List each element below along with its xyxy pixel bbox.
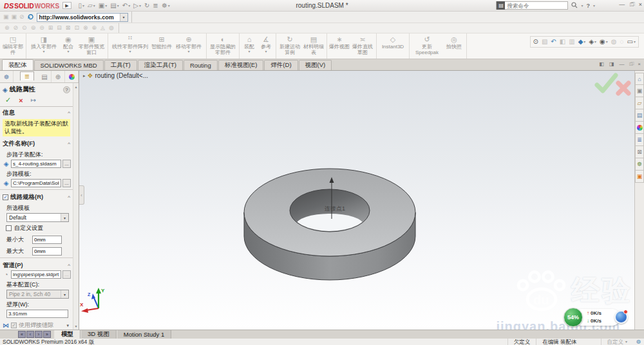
- close-button[interactable]: ×: [639, 1, 642, 8]
- custom-dropdown[interactable]: 自定义 ▾: [601, 339, 634, 345]
- doc-restore-button[interactable]: □: [629, 61, 632, 67]
- view-tool-icon[interactable]: ⊕: [91, 25, 97, 31]
- taskpane-resources-button[interactable]: ▣: [635, 85, 644, 97]
- custom-settings-row[interactable]: 自定义设置: [6, 224, 70, 232]
- view-orientation-button[interactable]: ◆▾: [578, 39, 586, 45]
- previous-view-button[interactable]: ↶: [551, 39, 556, 45]
- take-snapshot-button[interactable]: ◎拍快照: [443, 34, 465, 50]
- panel-collapse-handle[interactable]: ‹: [79, 185, 84, 205]
- tab-assembly[interactable]: 装配体: [2, 59, 33, 70]
- taskpane-custom-properties-button[interactable]: ≣: [635, 134, 644, 146]
- annotation-view-button[interactable]: ▥: [569, 39, 574, 45]
- taskpane-home-button[interactable]: ⌂: [635, 73, 644, 85]
- display-style-button[interactable]: ◈▾: [589, 39, 596, 45]
- collapse-chevron-icon[interactable]: ^: [68, 110, 70, 116]
- restore-button[interactable]: □: [630, 1, 633, 8]
- open-document-button[interactable]: ▱▾: [87, 3, 96, 9]
- search-scope-icon[interactable]: ▤: [497, 1, 505, 10]
- collapse-chevron-icon[interactable]: ^: [68, 141, 70, 147]
- panel-help-icon[interactable]: ?: [63, 86, 70, 93]
- taskpane-community-button[interactable]: ☸: [635, 158, 644, 171]
- zoom-to-area-button[interactable]: ▧: [542, 39, 547, 45]
- search-magnifier-icon[interactable]: [571, 2, 578, 10]
- view-tool-icon[interactable]: ◍: [109, 25, 114, 31]
- use-weld-gaps-checkbox[interactable]: ✓: [11, 322, 17, 328]
- move-component-button[interactable]: ⊕移动零部件▾: [173, 34, 205, 53]
- edit-appearance-button[interactable]: ◍: [611, 39, 617, 45]
- section-file-names-header[interactable]: 文件名称(F) ^: [0, 138, 73, 149]
- command-search-box[interactable]: ▤: [496, 1, 568, 10]
- ring-model[interactable]: [244, 169, 415, 280]
- edit-component-button[interactable]: ◳编辑零部件: [1, 34, 24, 55]
- assistant-ball-icon[interactable]: [614, 310, 628, 324]
- insert-components-button[interactable]: ◨插入零部件▾: [28, 34, 60, 53]
- doc-minimize-button[interactable]: —: [619, 61, 624, 67]
- minimize-button[interactable]: —: [619, 1, 625, 8]
- view-tool-icon[interactable]: ⊜: [39, 25, 44, 31]
- pm-tab-features[interactable]: ☸: [0, 71, 14, 82]
- pane-left-icon[interactable]: ◧: [599, 61, 604, 67]
- scroll-down-icon[interactable]: ▾: [75, 324, 77, 328]
- menu-flyout-button[interactable]: ▶: [62, 2, 71, 9]
- browser-stop-icon[interactable]: ⊘: [19, 14, 24, 20]
- view-tool-icon[interactable]: ⊟: [57, 25, 62, 31]
- update-speedpak-button[interactable]: ↺更新 Speedpak: [411, 34, 443, 55]
- taskpane-file-explorer-button[interactable]: ▤: [635, 109, 644, 122]
- pin-icon[interactable]: ↦: [31, 97, 36, 104]
- instant3d-button[interactable]: ◇Instant3D: [378, 34, 408, 50]
- show-hidden-components-button[interactable]: ◐显示隐藏的零部件: [208, 34, 238, 55]
- pm-tab-dimxpert[interactable]: ⊕: [52, 71, 65, 82]
- new-document-button[interactable]: ▯▾: [78, 3, 86, 9]
- tab-weldments[interactable]: 焊件(D): [264, 60, 298, 70]
- confirmation-corner[interactable]: [597, 75, 629, 93]
- scroll-down-icon[interactable]: ▾: [66, 323, 69, 328]
- selected-template-dropdown[interactable]: Default ▾: [6, 213, 69, 222]
- reference-geometry-button[interactable]: ∡参考▾: [258, 34, 274, 53]
- undo-button[interactable]: ↶▾: [122, 3, 131, 9]
- units-globe-icon[interactable]: ◍: [633, 339, 644, 345]
- browse-pipe-button[interactable]: ...: [62, 270, 71, 279]
- battery-percent-badge[interactable]: 54%: [564, 308, 583, 327]
- browse-template-button[interactable]: ...: [62, 179, 71, 187]
- bill-of-materials-button[interactable]: ▤材料明细表: [302, 34, 325, 55]
- mate-button[interactable]: ◉配合▾: [60, 34, 77, 53]
- wall-thickness-input[interactable]: [6, 310, 68, 318]
- connection-point-label[interactable]: 连接点1: [325, 205, 345, 212]
- hide-show-items-button[interactable]: ◉▾: [600, 39, 608, 45]
- tab-routing[interactable]: Routing: [184, 60, 218, 70]
- tab-standard-views[interactable]: 标准视图(E): [218, 60, 264, 70]
- view-tool-icon[interactable]: ⊞: [48, 25, 53, 31]
- use-weld-gaps-row[interactable]: ⋈ ✓ 使用焊接缝隙 ▾: [3, 321, 69, 330]
- min-diameter-input[interactable]: [32, 236, 62, 244]
- save-button[interactable]: ▣▾: [98, 3, 108, 9]
- view-settings-button[interactable]: ▭▾: [627, 39, 636, 45]
- view-tool-icon[interactable]: ⊛: [5, 25, 10, 31]
- select-tool-button[interactable]: ▷▾: [133, 3, 142, 9]
- browser-refresh-icon[interactable]: [27, 13, 34, 21]
- new-motion-study-button[interactable]: ↻新建运动算例: [278, 34, 302, 55]
- section-info-header[interactable]: 信息 ^: [0, 107, 73, 118]
- doc-close-button[interactable]: ×: [638, 61, 641, 67]
- collapse-chevron-icon[interactable]: ^: [68, 263, 70, 268]
- view-tool-icon[interactable]: ⊡: [74, 25, 79, 31]
- tab-model[interactable]: 模型: [54, 330, 80, 339]
- feature-tree-flyout[interactable]: ▸ ❖ routing (Default<...: [83, 72, 148, 79]
- view-tool-icon[interactable]: ⊙: [22, 25, 27, 31]
- print-button[interactable]: ▤▾: [109, 3, 119, 9]
- view-tool-icon[interactable]: ⊚: [31, 25, 36, 31]
- linear-component-pattern-button[interactable]: ⠛线性零部件阵列▾: [109, 34, 151, 53]
- tab-render-tools[interactable]: 渲染工具(T): [138, 60, 183, 70]
- cancel-button[interactable]: ×: [19, 97, 23, 104]
- file-properties-button[interactable]: ≣: [152, 3, 158, 9]
- exploded-view-button[interactable]: ∗爆炸视图: [328, 34, 350, 50]
- tab-solidworks-mbd[interactable]: SOLIDWORKS MBD: [34, 60, 104, 70]
- browser-forward-icon[interactable]: ▣: [12, 14, 17, 20]
- taskpane-design-library-button[interactable]: ▱: [635, 97, 644, 109]
- view-tool-icon[interactable]: ◬: [100, 25, 105, 31]
- pm-tab-configurations[interactable]: ▤: [38, 71, 52, 82]
- view-tool-icon[interactable]: ⊠: [66, 25, 71, 31]
- tab-3d-views[interactable]: 3D 视图: [80, 330, 117, 339]
- panel-scrollbar[interactable]: ▴ ▾: [73, 83, 79, 330]
- browser-back-icon[interactable]: ▣: [3, 14, 9, 20]
- pm-tab-properties[interactable]: ≣: [20, 71, 34, 80]
